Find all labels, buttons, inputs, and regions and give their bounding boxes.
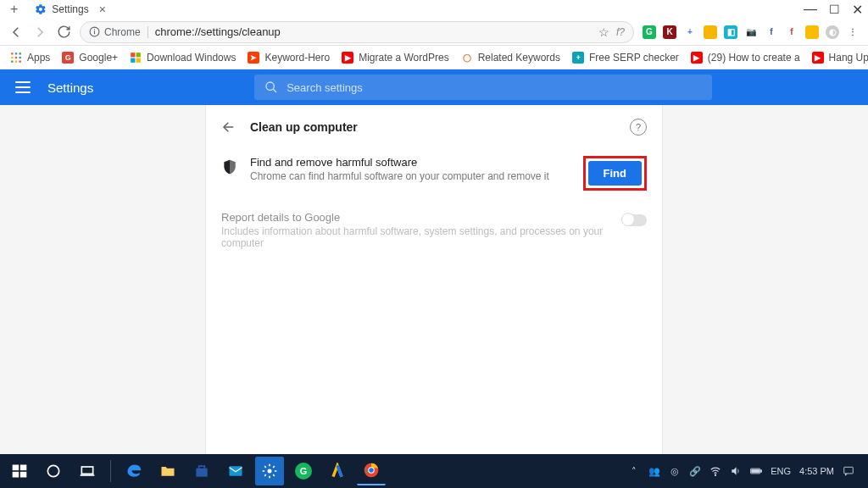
file-explorer-button[interactable]	[153, 457, 182, 485]
help-icon[interactable]: ?	[630, 119, 647, 136]
shield-icon	[221, 158, 238, 176]
extension-red-f[interactable]: f	[785, 25, 798, 39]
bookmark-star-icon[interactable]: ☆	[598, 25, 609, 39]
extension-plus-ext[interactable]: +	[683, 25, 697, 39]
extension-yellow-ext[interactable]	[704, 25, 717, 39]
svg-rect-1	[94, 30, 95, 34]
tab-title: Settings	[52, 3, 88, 15]
svg-rect-9	[11, 60, 13, 62]
grammarly-task-button[interactable]: G	[289, 457, 318, 485]
svg-rect-23	[230, 466, 242, 476]
browser-tab-settings[interactable]: Settings ×	[26, 0, 114, 19]
adwords-button[interactable]	[323, 457, 352, 485]
settings-search-input[interactable]	[287, 81, 702, 94]
search-icon	[264, 80, 278, 94]
bookmark-label: Migrate a WordPres	[359, 52, 448, 64]
window-close-button[interactable]: ✕	[852, 2, 863, 18]
svg-rect-30	[760, 470, 761, 472]
bookmark-label: Download Windows	[147, 52, 236, 64]
taskview-button[interactable]	[73, 457, 102, 485]
svg-rect-12	[131, 53, 135, 57]
extension-ext-k[interactable]: K	[663, 25, 676, 39]
close-tab-icon[interactable]: ×	[99, 3, 106, 16]
info-icon	[89, 26, 100, 37]
bookmark-label: Hang Ups (Want Yo	[829, 52, 868, 64]
start-button[interactable]	[5, 457, 34, 485]
extension-screenshot[interactable]: ◧	[724, 25, 737, 39]
svg-rect-32	[844, 467, 854, 474]
bookmark-item[interactable]: GGoogle+	[62, 52, 118, 64]
link-icon[interactable]: 🔗	[689, 465, 701, 477]
svg-rect-18	[20, 465, 27, 471]
action-center-icon[interactable]	[843, 465, 854, 477]
hamburger-menu-button[interactable]	[15, 81, 31, 93]
settings-button[interactable]	[255, 457, 284, 485]
store-button[interactable]	[187, 457, 216, 485]
battery-icon[interactable]	[750, 465, 762, 477]
bookmark-item[interactable]: Apps	[10, 52, 50, 64]
svg-rect-8	[19, 56, 21, 58]
window-titlebar: + Settings × — ☐ ✕	[0, 0, 868, 19]
extension-fb[interactable]: f	[765, 25, 778, 39]
location-icon[interactable]: ◎	[669, 465, 681, 477]
panel-title: Clean up computer	[250, 120, 616, 134]
bookmark-item[interactable]: ◯Related Keywords	[461, 52, 560, 64]
back-arrow-icon[interactable]	[221, 119, 236, 135]
report-details-toggle[interactable]	[623, 214, 647, 226]
bookmark-item[interactable]: +Free SERP checker	[572, 52, 679, 64]
cortana-button[interactable]	[39, 457, 68, 485]
find-button[interactable]: Find	[588, 161, 642, 186]
back-button[interactable]	[8, 25, 24, 40]
gear-icon	[35, 3, 47, 15]
svg-rect-2	[94, 29, 95, 30]
find-button-highlight: Find	[583, 156, 647, 191]
wifi-icon[interactable]	[709, 465, 721, 477]
extension-camera[interactable]: 📷	[744, 25, 758, 39]
forward-button[interactable]	[32, 25, 47, 40]
find-harmful-title: Find and remove harmful software	[250, 156, 549, 169]
svg-rect-31	[752, 469, 760, 473]
reload-button[interactable]	[56, 25, 71, 40]
svg-point-21	[47, 465, 58, 476]
svg-point-24	[268, 469, 272, 474]
bookmark-item[interactable]: Download Windows	[130, 52, 236, 64]
bookmark-item[interactable]: ▶Migrate a WordPres	[342, 52, 448, 64]
bookmarks-bar: AppsGGoogle+Download Windows➤Keyword-Her…	[0, 46, 868, 69]
svg-point-28	[715, 474, 716, 475]
window-maximize-button[interactable]: ☐	[829, 3, 840, 16]
cleanup-panel: Clean up computer ? Find and remove harm…	[205, 105, 663, 454]
chrome-task-button[interactable]	[357, 457, 386, 485]
site-info-button[interactable]: Chrome	[89, 26, 148, 38]
mail-button[interactable]	[221, 457, 250, 485]
find-harmful-row: Find and remove harmful software Chrome …	[206, 141, 662, 196]
clock[interactable]: 4:53 PM	[799, 466, 834, 476]
settings-search[interactable]	[254, 75, 712, 100]
window-minimize-button[interactable]: —	[804, 2, 817, 17]
bookmark-label: Free SERP checker	[589, 52, 679, 64]
security-chip-label: Chrome	[104, 26, 141, 38]
svg-point-16	[266, 82, 274, 90]
tray-chevron-icon[interactable]: ˄	[628, 465, 640, 477]
svg-rect-14	[131, 58, 135, 62]
bookmark-item[interactable]: ▶Hang Ups (Want Yo	[812, 52, 868, 64]
report-details-row: Report details to Google Includes inform…	[206, 196, 662, 264]
extension-menu[interactable]: ⋮	[846, 25, 860, 39]
edge-button[interactable]	[120, 457, 148, 485]
omnibox[interactable]: Chrome chrome://settings/cleanup ☆ f?	[80, 21, 634, 43]
extension-avatar[interactable]: ◐	[826, 25, 839, 39]
svg-rect-4	[15, 53, 17, 54]
report-details-title: Report details to Google	[221, 211, 611, 224]
svg-rect-3	[11, 53, 13, 54]
language-indicator[interactable]: ENG	[771, 466, 791, 476]
people-icon[interactable]: 👥	[648, 465, 660, 477]
volume-icon[interactable]	[730, 465, 742, 477]
extension-grammarly[interactable]: G	[643, 25, 656, 39]
extensions-row: GK+◧📷ff◐⋮	[643, 25, 860, 39]
bookmark-item[interactable]: ▶(29) How to create a	[691, 52, 800, 64]
new-tab-button[interactable]: +	[10, 2, 18, 17]
browser-toolbar: Chrome chrome://settings/cleanup ☆ f? GK…	[0, 19, 868, 46]
bookmark-item[interactable]: ➤Keyword-Hero	[248, 52, 330, 64]
settings-page-body: Clean up computer ? Find and remove harm…	[0, 105, 868, 454]
system-tray: ˄ 👥 ◎ 🔗 ENG 4:53 PM	[628, 465, 863, 477]
extension-bookmark-ext[interactable]	[805, 25, 819, 39]
